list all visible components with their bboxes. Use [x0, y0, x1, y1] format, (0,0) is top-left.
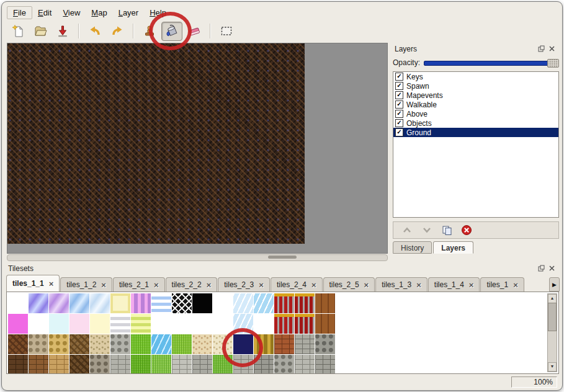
tileset-tile-1-0[interactable]	[8, 314, 28, 334]
menu-item-map[interactable]: Map	[86, 7, 112, 19]
tileset-tile-2-2[interactable]	[49, 334, 69, 354]
tileset-tile-3-5[interactable]	[110, 355, 130, 374]
tileset-tile-0-1[interactable]	[29, 293, 48, 313]
tileset-tab-tiles_1[interactable]: tiles_1×	[480, 277, 524, 292]
tileset-tile-1-13[interactable]	[274, 314, 294, 334]
menu-item-view[interactable]: View	[57, 7, 86, 19]
tileset-tile-0-11[interactable]	[233, 293, 253, 313]
tileset-tile-2-7[interactable]	[151, 334, 171, 354]
horizontal-scrollbar-thumb[interactable]	[268, 256, 297, 259]
tileset-tile-2-10[interactable]	[213, 334, 233, 354]
tileset-tile-3-7[interactable]	[151, 355, 171, 374]
lower-layer-button[interactable]	[421, 224, 433, 236]
tileset-tile-3-11[interactable]	[233, 355, 253, 374]
open-file-button[interactable]	[30, 22, 51, 41]
menu-item-help[interactable]: Help	[144, 7, 172, 19]
layer-row-ground[interactable]: ✓Ground	[393, 128, 558, 137]
scroll-down-button[interactable]: ▼	[548, 362, 557, 372]
layer-row-walkable[interactable]: ✓Walkable	[393, 100, 558, 109]
tileset-tile-2-12[interactable]	[254, 334, 274, 354]
tileset-tile-1-8[interactable]	[172, 314, 192, 334]
tileset-tab-tiles_2_3[interactable]: tiles_2_3×	[218, 277, 270, 292]
tileset-tile-2-5[interactable]	[110, 334, 130, 354]
tileset-tab-tiles_1_4[interactable]: tiles_1_4×	[428, 277, 480, 292]
tileset-tile-1-10[interactable]	[213, 314, 233, 334]
tileset-tile-2-14[interactable]	[295, 334, 315, 354]
close-tab-icon[interactable]: ×	[154, 281, 159, 289]
undo-button[interactable]	[84, 22, 105, 41]
opacity-slider[interactable]	[424, 58, 559, 67]
tileset-tab-tiles_1_1[interactable]: tiles_1_1×	[6, 275, 60, 292]
close-tab-icon[interactable]: ×	[416, 281, 421, 289]
close-tab-icon[interactable]: ×	[101, 281, 106, 289]
close-panel-icon[interactable]	[548, 264, 556, 272]
layer-visibility-checkbox[interactable]: ✓	[395, 110, 403, 118]
layer-row-objects[interactable]: ✓Objects	[393, 118, 558, 128]
tileset-tile-2-11[interactable]	[233, 334, 253, 354]
delete-layer-button[interactable]	[460, 224, 473, 236]
layer-visibility-checkbox[interactable]: ✓	[395, 82, 403, 90]
tileset-tile-1-6[interactable]	[131, 314, 151, 334]
tileset-tile-3-15[interactable]	[315, 355, 335, 374]
tab-layers[interactable]: Layers	[433, 241, 473, 254]
tileset-vertical-scrollbar[interactable]: ▲ ▼	[547, 293, 557, 372]
tileset-tile-0-14[interactable]	[295, 293, 315, 313]
tileset-tile-1-7[interactable]	[151, 314, 171, 334]
tileset-tile-0-0[interactable]	[8, 293, 28, 313]
close-tab-icon[interactable]: ×	[311, 281, 316, 289]
tileset-tile-2-8[interactable]	[172, 334, 192, 354]
layer-visibility-checkbox[interactable]: ✓	[395, 128, 403, 136]
tileset-tab-tiles_2_5[interactable]: tiles_2_5×	[323, 277, 375, 292]
opacity-slider-handle[interactable]	[547, 59, 559, 68]
redo-button[interactable]	[107, 22, 128, 41]
close-tab-icon[interactable]: ×	[513, 281, 518, 289]
rectangle-select-tool-button[interactable]	[216, 22, 237, 41]
menu-item-edit[interactable]: Edit	[32, 7, 57, 19]
map-viewport[interactable]	[7, 43, 388, 254]
map-horizontal-scrollbar[interactable]	[7, 254, 388, 261]
tileset-tile-2-4[interactable]	[90, 334, 110, 354]
eraser-tool-button[interactable]	[184, 22, 205, 41]
tab-history[interactable]: History	[393, 241, 432, 254]
tileset-tile-3-2[interactable]	[49, 355, 69, 374]
tileset-tile-0-9[interactable]	[192, 293, 212, 313]
tileset-tile-0-6[interactable]	[131, 293, 151, 313]
tileset-tile-3-0[interactable]	[8, 355, 28, 374]
tileset-tile-0-10[interactable]	[213, 293, 233, 313]
tileset-tile-0-13[interactable]	[274, 293, 294, 313]
layer-visibility-checkbox[interactable]: ✓	[395, 73, 403, 81]
tileset-tile-2-9[interactable]	[192, 334, 212, 354]
tileset-tile-3-3[interactable]	[69, 355, 89, 374]
layer-row-mapevents[interactable]: ✓Mapevents	[393, 91, 558, 100]
tileset-tile-0-5[interactable]	[110, 293, 130, 313]
vertical-scrollbar-thumb[interactable]	[548, 303, 557, 331]
tileset-tile-2-15[interactable]	[315, 334, 335, 354]
tileset-tab-tiles_2_1[interactable]: tiles_2_1×	[113, 277, 165, 292]
tileset-tile-0-7[interactable]	[151, 293, 171, 313]
tileset-tile-1-11[interactable]	[233, 314, 253, 334]
tileset-tab-tiles_2_2[interactable]: tiles_2_2×	[166, 277, 218, 292]
close-tab-icon[interactable]: ×	[207, 281, 212, 289]
tileset-tile-0-3[interactable]	[69, 293, 89, 313]
layer-row-spawn[interactable]: ✓Spawn	[393, 81, 558, 91]
scroll-up-button[interactable]: ▲	[548, 294, 557, 303]
float-panel-icon[interactable]	[537, 45, 545, 53]
tileset-tile-3-10[interactable]	[213, 355, 233, 374]
tileset-tile-0-8[interactable]	[172, 293, 192, 313]
close-tab-icon[interactable]: ×	[259, 281, 264, 289]
fill-bucket-tool-button[interactable]	[161, 22, 182, 41]
tileset-tile-2-0[interactable]	[8, 334, 28, 354]
tileset-tile-1-5[interactable]	[110, 314, 130, 334]
layer-visibility-checkbox[interactable]: ✓	[395, 91, 403, 99]
scroll-tabs-right-button[interactable]: ▶	[549, 277, 560, 292]
tileset-tile-2-1[interactable]	[29, 334, 48, 354]
tileset-tile-1-14[interactable]	[295, 314, 315, 334]
tileset-tab-tiles_2_4[interactable]: tiles_2_4×	[271, 277, 323, 292]
close-tab-icon[interactable]: ×	[469, 281, 474, 289]
raise-layer-button[interactable]	[401, 224, 413, 236]
menu-item-layer[interactable]: Layer	[113, 7, 145, 19]
close-tab-icon[interactable]: ×	[364, 281, 369, 289]
save-file-button[interactable]	[52, 22, 73, 41]
layer-row-above[interactable]: ✓Above	[393, 109, 558, 118]
tileset-tile-0-15[interactable]	[315, 293, 335, 313]
